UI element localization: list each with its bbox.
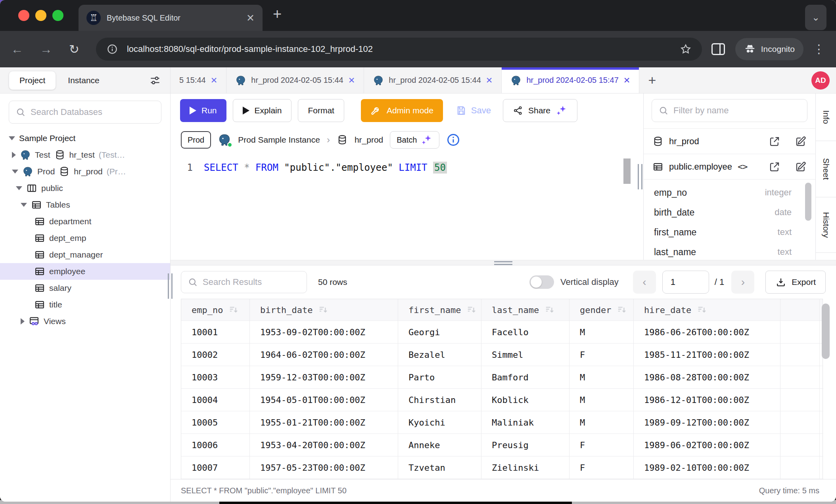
table-cell[interactable]: Zielinski	[481, 456, 569, 479]
sidebar-resize-handle[interactable]	[168, 273, 173, 299]
table-cell[interactable]: F	[569, 456, 634, 479]
table-cell[interactable]: Anneke	[398, 434, 481, 456]
caret-down-icon[interactable]	[9, 136, 15, 140]
table-row-2[interactable]: 100021964-06-02T00:00:00ZBezalelSimmelF1…	[181, 344, 823, 366]
tree-item-views[interactable]: Views	[0, 313, 170, 330]
table-cell[interactable]: Maliniak	[481, 411, 569, 434]
table-cell[interactable]: Facello	[481, 321, 569, 344]
column-header-first_name[interactable]: first_name	[398, 299, 481, 321]
page-number-input[interactable]	[662, 271, 709, 294]
caret-right-icon[interactable]	[21, 318, 25, 325]
sql-editor[interactable]: 1 SELECT * FROM "public"."employee" LIMI…	[171, 152, 643, 260]
table-row-5[interactable]: 100051955-01-21T00:00:00ZKyoichiMaliniak…	[181, 411, 823, 434]
browser-tab[interactable]: ♖ Bytebase SQL Editor ✕	[79, 5, 263, 31]
results-search[interactable]	[181, 271, 307, 293]
table-cell[interactable]: 10003	[181, 366, 250, 389]
table-scrollbar-track[interactable]	[819, 299, 831, 479]
table-cell[interactable]: 1985-11-21T00:00:00Z	[634, 344, 780, 366]
tab-search-chevron-button[interactable]: ⌄	[805, 5, 826, 30]
external-link-icon[interactable]	[769, 136, 780, 147]
caret-right-icon[interactable]	[12, 152, 16, 158]
tree-item-tables[interactable]: Tables	[0, 197, 170, 213]
browser-menu-icon[interactable]: ⋮	[813, 46, 825, 53]
close-query-tab-icon[interactable]: ✕	[348, 76, 355, 85]
caret-down-icon[interactable]	[21, 203, 27, 207]
table-cell[interactable]: Kyoichi	[398, 411, 481, 434]
schema-database-row[interactable]: hr_prod	[644, 129, 815, 154]
new-query-tab-button[interactable]: +	[639, 67, 665, 93]
admin-mode-button[interactable]: Admin mode	[361, 99, 443, 122]
table-cell[interactable]: 1955-01-21T00:00:00Z	[250, 411, 398, 434]
batch-button[interactable]: Batch	[390, 131, 439, 149]
table-cell[interactable]: Bezalel	[398, 344, 481, 366]
table-cell[interactable]: 1957-05-23T00:00:00Z	[250, 456, 398, 479]
table-cell[interactable]: Simmel	[481, 344, 569, 366]
table-cell[interactable]: 1989-02-10T00:00:00Z	[634, 456, 780, 479]
sort-icon[interactable]	[466, 305, 477, 315]
search-databases-input[interactable]	[31, 107, 155, 117]
table-cell[interactable]: 10004	[181, 389, 250, 411]
table-scrollbar-thumb[interactable]	[822, 304, 830, 359]
table-row-3[interactable]: 100031959-12-03T00:00:00ZPartoBamfordM19…	[181, 366, 823, 389]
table-cell[interactable]: Tzvetan	[398, 456, 481, 479]
external-link-icon[interactable]	[769, 161, 780, 173]
query-tab-3[interactable]: hr_prod 2024-02-05 15:44✕	[364, 67, 502, 93]
new-browser-tab-button[interactable]: +	[273, 6, 282, 23]
table-cell[interactable]: 1989-06-02T00:00:00Z	[634, 434, 780, 456]
table-cell[interactable]: Bamford	[481, 366, 569, 389]
table-cell[interactable]: 1986-08-28T00:00:00Z	[634, 366, 780, 389]
table-cell[interactable]: Georgi	[398, 321, 481, 344]
table-cell[interactable]: 1964-06-02T00:00:00Z	[250, 344, 398, 366]
tree-item-prod[interactable]: Prodhr_prod(Pr…	[0, 163, 170, 180]
sort-icon[interactable]	[697, 305, 707, 315]
vertical-display-toggle[interactable]	[529, 275, 554, 289]
editor-scrollbar[interactable]	[623, 158, 631, 184]
filter-box[interactable]	[652, 99, 807, 122]
back-icon[interactable]: ←	[11, 43, 23, 55]
tree-item-title[interactable]: title	[0, 296, 170, 313]
forward-icon[interactable]: →	[40, 43, 52, 55]
prev-page-button[interactable]: ‹	[633, 271, 656, 294]
export-button[interactable]: Export	[765, 271, 826, 294]
maximize-window-button[interactable]	[52, 10, 63, 21]
column-header-birth_date[interactable]: birth_date	[250, 299, 398, 321]
database-name[interactable]: hr_prod	[355, 135, 383, 145]
table-cell[interactable]: 1953-04-20T00:00:00Z	[250, 434, 398, 456]
table-row-1[interactable]: 100011953-09-02T00:00:00ZGeorgiFacelloM1…	[181, 321, 823, 344]
query-tab-2[interactable]: hr_prod 2024-02-05 15:44✕	[226, 67, 364, 93]
address-bar[interactable]: localhost:8080/sql-editor/prod-sample-in…	[96, 38, 702, 61]
close-query-tab-icon[interactable]: ✕	[486, 76, 493, 85]
caret-down-icon[interactable]	[16, 186, 22, 190]
close-query-tab-icon[interactable]: ✕	[211, 76, 218, 85]
table-row-7[interactable]: 100071957-05-23T00:00:00ZTzvetanZielinsk…	[181, 456, 823, 479]
column-header-hire_date[interactable]: hire_date	[634, 299, 780, 321]
table-cell[interactable]: F	[569, 344, 634, 366]
table-cell[interactable]: Chirstian	[398, 389, 481, 411]
filter-settings-icon[interactable]	[149, 74, 161, 87]
column-row-first_name[interactable]: first_nametext	[654, 222, 805, 242]
explain-button[interactable]: Explain	[233, 99, 292, 122]
column-header-gender[interactable]: gender	[569, 299, 634, 321]
sort-icon[interactable]	[228, 305, 239, 315]
table-cell[interactable]: Koblick	[481, 389, 569, 411]
close-query-tab-icon[interactable]: ✕	[623, 76, 631, 85]
panel-resize-handle[interactable]	[638, 164, 642, 189]
run-button[interactable]: Run	[180, 99, 226, 122]
side-tab-history[interactable]: History	[816, 197, 836, 253]
query-tab-4[interactable]: hr_prod 2024-02-05 15:47✕	[502, 67, 639, 93]
column-row-last_name[interactable]: last_nametext	[654, 242, 805, 260]
results-splitter[interactable]	[171, 260, 836, 265]
sort-icon[interactable]	[318, 305, 328, 315]
column-row-emp_no[interactable]: emp_nointeger	[654, 183, 805, 202]
tree-item-employee[interactable]: employee	[0, 263, 170, 280]
search-results-input[interactable]	[203, 277, 300, 287]
database-search[interactable]	[9, 101, 161, 124]
next-page-button[interactable]: ›	[731, 271, 754, 294]
save-button[interactable]: Save	[456, 105, 491, 116]
table-cell[interactable]: 1954-05-01T00:00:00Z	[250, 389, 398, 411]
instance-name[interactable]: Prod Sample Instance	[238, 135, 320, 145]
table-cell[interactable]: 1953-09-02T00:00:00Z	[250, 321, 398, 344]
site-info-icon[interactable]	[106, 43, 118, 55]
tree-item-public[interactable]: public	[0, 180, 170, 197]
table-cell[interactable]: Preusig	[481, 434, 569, 456]
